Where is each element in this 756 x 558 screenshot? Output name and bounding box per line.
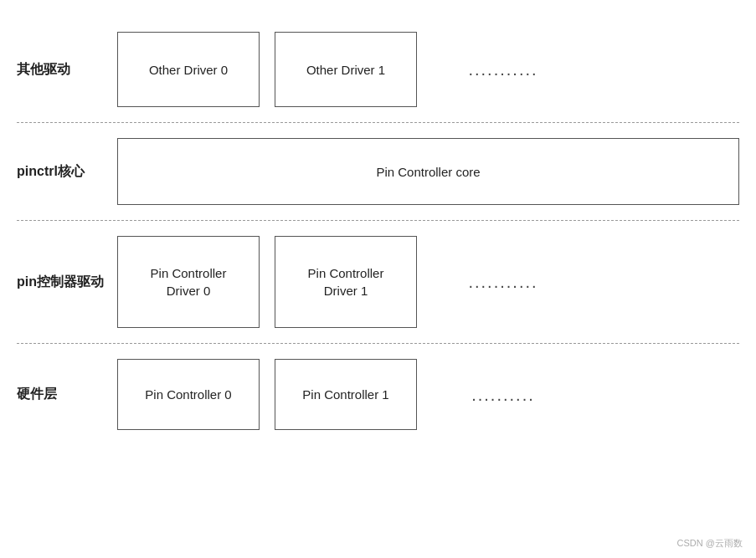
layer-content-other-drivers: Other Driver 0Other Driver 1...........: [117, 32, 739, 107]
box-other-drivers-2: ...........: [432, 32, 574, 107]
box-pinctrl-core-0: Pin Controller core: [117, 138, 739, 205]
box-hardware-0: Pin Controller 0: [117, 359, 260, 430]
layer-label-pin-controller-driver: pin控制器驱动: [17, 273, 117, 291]
layer-label-other-drivers: 其他驱动: [17, 60, 117, 79]
layer-label-pinctrl-core: pinctrl核心: [17, 162, 117, 181]
layer-label-hardware: 硬件层: [17, 385, 117, 403]
layer-content-pin-controller-driver: Pin ControllerDriver 0Pin ControllerDriv…: [117, 236, 739, 328]
box-pin-controller-driver-1: Pin ControllerDriver 1: [275, 236, 417, 328]
layer-content-hardware: Pin Controller 0Pin Controller 1........…: [117, 359, 739, 430]
layer-pinctrl-core: pinctrl核心Pin Controller core: [17, 123, 739, 220]
diagram: 其他驱动Other Driver 0Other Driver 1........…: [0, 0, 756, 479]
layer-other-drivers: 其他驱动Other Driver 0Other Driver 1........…: [17, 17, 739, 122]
box-hardware-2: ..........: [432, 359, 574, 430]
box-other-drivers-1: Other Driver 1: [275, 32, 417, 107]
watermark: CSDN @云雨数: [677, 537, 743, 550]
layer-hardware: 硬件层Pin Controller 0Pin Controller 1.....…: [17, 344, 739, 445]
box-other-drivers-0: Other Driver 0: [117, 32, 260, 107]
box-pin-controller-driver-2: ...........: [432, 236, 574, 328]
box-pin-controller-driver-0: Pin ControllerDriver 0: [117, 236, 260, 328]
layer-content-pinctrl-core: Pin Controller core: [117, 138, 739, 205]
layer-pin-controller-driver: pin控制器驱动Pin ControllerDriver 0Pin Contro…: [17, 221, 739, 343]
box-hardware-1: Pin Controller 1: [275, 359, 417, 430]
